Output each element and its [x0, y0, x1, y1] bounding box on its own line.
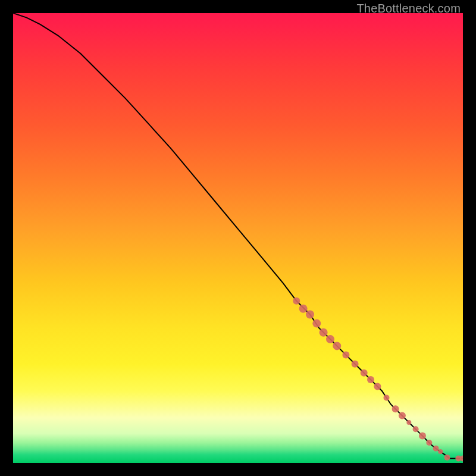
data-point	[384, 394, 390, 400]
data-point	[361, 369, 368, 377]
data-point	[374, 383, 381, 390]
data-point	[299, 305, 308, 313]
data-point	[438, 449, 443, 454]
data-point	[342, 352, 349, 359]
data-point	[413, 426, 419, 432]
data-point	[306, 311, 314, 319]
chart-stage: TheBottleneck.com	[0, 0, 476, 476]
data-point	[406, 420, 411, 425]
data-point	[367, 376, 374, 383]
data-point	[320, 328, 328, 337]
data-point	[426, 440, 432, 446]
data-point	[419, 433, 426, 440]
data-point	[433, 446, 439, 452]
data-point	[333, 342, 341, 350]
data-point	[352, 361, 359, 368]
scatter-points	[293, 298, 463, 462]
data-point	[399, 412, 406, 419]
data-point	[312, 320, 321, 328]
data-point	[326, 335, 334, 343]
chart-svg	[13, 13, 463, 463]
data-point	[392, 405, 399, 412]
plot-area	[13, 13, 463, 463]
data-point	[444, 455, 450, 461]
data-point	[293, 298, 300, 305]
curve-line	[13, 13, 463, 458]
